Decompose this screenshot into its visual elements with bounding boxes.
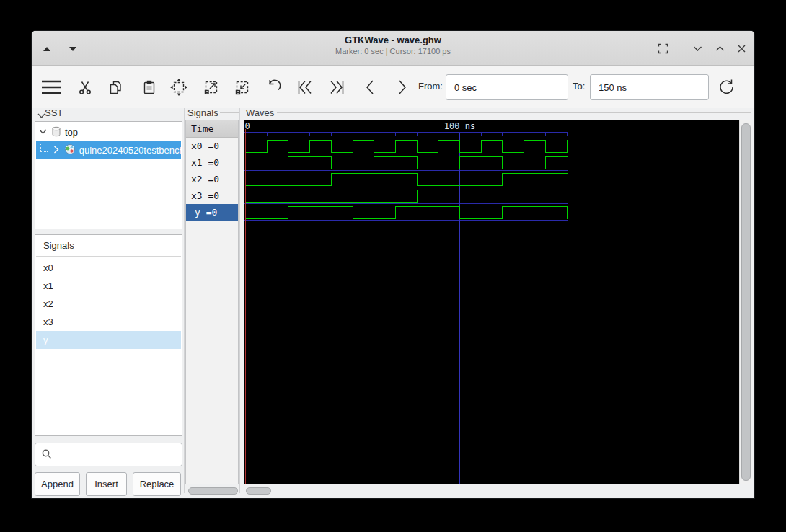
wave-hscroll-thumb[interactable] bbox=[246, 487, 271, 495]
insert-button[interactable]: Insert bbox=[86, 472, 127, 496]
splitter-names-a[interactable] bbox=[239, 108, 240, 493]
chevron-down-icon bbox=[37, 112, 45, 120]
to-input[interactable] bbox=[590, 74, 709, 100]
sst-tree: top quine20240520testbench bbox=[35, 121, 182, 229]
next-edge-button[interactable] bbox=[392, 66, 413, 108]
signals-list-panel: Signals x0 x1 x2 x3 y bbox=[35, 234, 182, 436]
signal-item-x0[interactable]: x0 bbox=[36, 259, 181, 277]
undo-icon bbox=[265, 79, 283, 96]
reload-icon bbox=[717, 78, 736, 97]
cut-button[interactable] bbox=[74, 66, 96, 108]
tree-row-label: quine20240520testbench bbox=[79, 145, 181, 156]
tree-row-testbench[interactable]: quine20240520testbench bbox=[36, 141, 181, 159]
tree-row-top[interactable]: top bbox=[36, 123, 181, 141]
wave-name-x2[interactable]: x2 =0 bbox=[186, 171, 238, 187]
from-input[interactable] bbox=[446, 74, 568, 100]
window-title: GTKWave - wave.ghw bbox=[32, 34, 754, 46]
signal-item-x1[interactable]: x1 bbox=[36, 277, 181, 295]
splitter-left[interactable] bbox=[184, 108, 185, 493]
names-frame-label: Signals bbox=[187, 107, 218, 118]
signal-item-x3[interactable]: x3 bbox=[36, 313, 181, 331]
copy-icon bbox=[107, 79, 123, 95]
append-button[interactable]: Append bbox=[35, 472, 80, 496]
waveform-canvas: 0100 ns bbox=[244, 120, 739, 484]
hierarchy-cylinder-icon bbox=[51, 126, 61, 139]
titlebar[interactable]: GTKWave - wave.ghw Marker: 0 sec | Curso… bbox=[32, 31, 754, 66]
wave-vscroll-thumb[interactable] bbox=[741, 123, 751, 481]
wave-name-x0[interactable]: x0 =0 bbox=[186, 138, 238, 154]
time-tick-label: 0 bbox=[245, 121, 250, 131]
from-label: From: bbox=[418, 81, 443, 92]
wave-name-x3[interactable]: x3 =0 bbox=[186, 187, 238, 204]
menu-icon bbox=[41, 79, 61, 95]
toolbar: From: To: bbox=[32, 66, 754, 108]
cut-icon bbox=[77, 79, 93, 95]
wave-names-panel: Time x0 =0 x1 =0 x2 =0 x3 =0 y =0 bbox=[185, 120, 239, 484]
expander-closed-icon[interactable] bbox=[52, 145, 60, 156]
search-input[interactable] bbox=[56, 445, 179, 464]
signals-list-header: Signals bbox=[36, 236, 181, 257]
skip-start-icon bbox=[296, 79, 314, 95]
component-sphere-icon bbox=[64, 143, 76, 157]
waves-frame-label: Waves bbox=[246, 107, 274, 118]
minimize-button[interactable] bbox=[692, 43, 703, 54]
signal-item-y[interactable]: y bbox=[36, 331, 181, 349]
paste-icon bbox=[141, 79, 157, 95]
copy-button[interactable] bbox=[105, 66, 126, 108]
menu-button[interactable] bbox=[40, 66, 62, 108]
wave-name-y[interactable]: y =0 bbox=[186, 204, 238, 221]
close-icon bbox=[736, 43, 747, 54]
signal-item-x2[interactable]: x2 bbox=[36, 295, 181, 313]
names-frame-line bbox=[220, 112, 239, 113]
wave-vertical-scrollbar[interactable] bbox=[739, 120, 752, 484]
reload-button[interactable] bbox=[715, 66, 737, 108]
tree-row-label: top bbox=[65, 127, 78, 138]
frame-toggle-button[interactable] bbox=[658, 43, 668, 54]
zoom-out-full-button[interactable] bbox=[200, 66, 222, 108]
go-to-end-button[interactable] bbox=[326, 66, 348, 108]
wave-name-x1[interactable]: x1 =0 bbox=[186, 154, 238, 171]
tree-guide-line bbox=[40, 143, 48, 152]
zoom-fit-icon bbox=[169, 78, 188, 97]
time-tick-label: 100 ns bbox=[444, 121, 475, 131]
zoom-in-button[interactable] bbox=[231, 66, 253, 108]
undo-button[interactable] bbox=[263, 66, 285, 108]
time-header: Time bbox=[186, 120, 238, 138]
zoom-in-icon bbox=[234, 79, 251, 96]
paste-button[interactable] bbox=[138, 66, 160, 108]
prev-edge-button[interactable] bbox=[359, 66, 381, 108]
chevron-up-icon bbox=[715, 43, 725, 54]
desktop: { "window": { "title": "GTKWave - wave.g… bbox=[0, 0, 786, 532]
chevron-down-icon bbox=[692, 43, 703, 54]
names-hscroll-thumb[interactable] bbox=[188, 487, 238, 495]
to-label: To: bbox=[573, 81, 585, 92]
go-to-start-button[interactable] bbox=[294, 66, 316, 108]
chevron-left-icon bbox=[363, 79, 376, 96]
zoom-fit-button[interactable] bbox=[168, 66, 190, 108]
expander-open-icon[interactable] bbox=[39, 127, 47, 138]
sst-header-label: SST bbox=[45, 107, 63, 118]
waves-frame-line bbox=[277, 112, 751, 113]
maximize-button[interactable] bbox=[715, 43, 725, 54]
splitter-names-b[interactable] bbox=[242, 108, 242, 493]
replace-button[interactable]: Replace bbox=[133, 472, 181, 496]
frame-icon bbox=[658, 43, 668, 54]
search-icon bbox=[41, 448, 53, 463]
zoom-out-icon bbox=[203, 79, 220, 96]
close-button[interactable] bbox=[736, 43, 747, 54]
chevron-right-icon bbox=[396, 79, 409, 96]
gtkwave-window: GTKWave - wave.ghw Marker: 0 sec | Curso… bbox=[32, 31, 754, 498]
skip-end-icon bbox=[328, 79, 345, 95]
signal-search-box[interactable] bbox=[35, 443, 182, 466]
wave-display[interactable]: 0100 ns bbox=[244, 120, 739, 484]
marker-cursor-status: Marker: 0 sec | Cursor: 17100 ps bbox=[32, 46, 754, 57]
